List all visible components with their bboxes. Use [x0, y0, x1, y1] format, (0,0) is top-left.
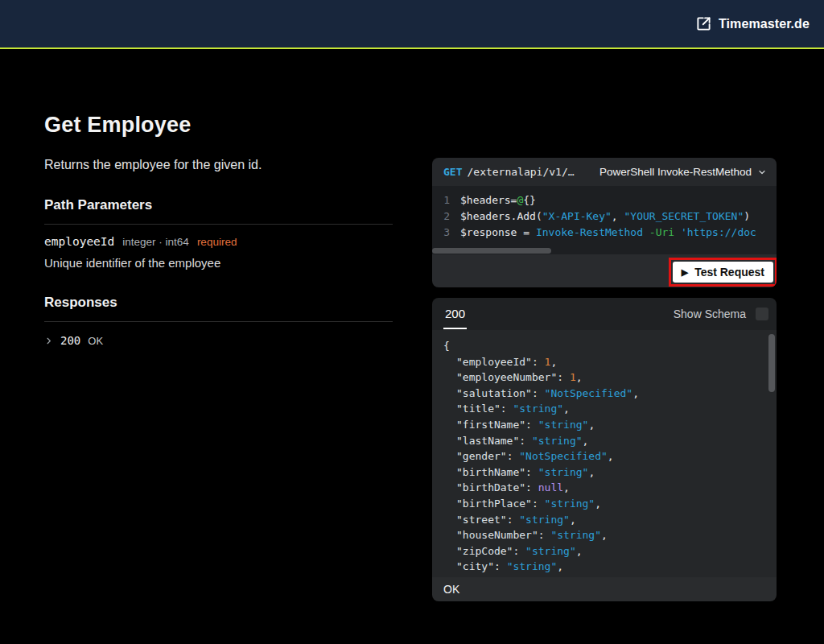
external-link-icon [696, 16, 711, 31]
show-schema-checkbox[interactable] [756, 308, 768, 320]
accent-divider [0, 47, 824, 49]
json-line: "lastName": "string", [443, 433, 777, 449]
json-line: "city": "string", [443, 559, 777, 575]
json-line: "firstName": "string", [443, 417, 777, 433]
parameter-name: employeeId [44, 235, 114, 248]
chevron-right-icon [44, 336, 53, 345]
responses-heading: Responses [44, 295, 393, 311]
response-body: {"employeeId": 1,"employeeNumber": 1,"sa… [432, 330, 777, 577]
code-line: 3$response = Invoke-RestMethod -Uri 'htt… [432, 225, 777, 241]
json-line: "zipCode": "string", [443, 543, 777, 559]
parameter-description: Unique identifier of the employee [44, 256, 393, 270]
brand-label: Timemaster.de [719, 17, 810, 31]
code-line: 2$headers.Add("X-API-Key", "YOUR_SECRET_… [432, 208, 777, 225]
status-tab-200[interactable]: 200 [443, 299, 467, 329]
json-line: "houseNumber": "string", [443, 527, 777, 543]
request-header: GET /externalapi/v1/… PowerShell Invoke-… [432, 158, 777, 186]
page-title: Get Employee [44, 113, 393, 138]
annotation-highlight: ▶ Test Request [669, 258, 777, 287]
operation-description: Returns the employee for the given id. [44, 158, 393, 172]
request-path: /externalapi/v1/… [467, 166, 574, 178]
show-schema-toggle: Show Schema [674, 308, 768, 320]
json-line: "street": "string", [443, 512, 777, 528]
json-line: "title": "string", [443, 401, 777, 417]
top-bar: Timemaster.de [0, 0, 824, 47]
json-line: "birthName": "string", [443, 464, 777, 481]
client-selector-dropdown[interactable]: PowerShell Invoke-RestMethod [599, 166, 767, 178]
json-line: "employeeNumber": 1, [443, 369, 777, 386]
path-parameters-heading: Path Parameters [44, 197, 393, 213]
test-request-label: Test Request [694, 266, 764, 279]
required-badge: required [197, 236, 237, 248]
section-divider [44, 321, 393, 322]
show-schema-label: Show Schema [674, 308, 746, 320]
example-panels: GET /externalapi/v1/… PowerShell Invoke-… [432, 158, 777, 601]
code-line: 1$headers=@{} [432, 192, 777, 208]
http-method-badge: GET [443, 166, 462, 178]
response-header: 200 Show Schema [432, 298, 777, 330]
operation-docs: Get Employee Returns the employee for th… [44, 113, 393, 347]
response-code: 200 [60, 334, 80, 347]
response-example-card: 200 Show Schema {"employeeId": 1,"employ… [432, 298, 777, 601]
json-line: { [443, 338, 777, 354]
vertical-scrollbar-thumb[interactable] [768, 334, 775, 392]
play-icon: ▶ [682, 268, 688, 277]
chevron-down-icon [757, 167, 767, 177]
json-line: "birthDate": null, [443, 480, 777, 496]
response-json: {"employeeId": 1,"employeeNumber": 1,"sa… [443, 338, 777, 575]
section-divider [44, 224, 393, 225]
horizontal-scrollbar-thumb[interactable] [432, 248, 551, 254]
parameter-row: employeeId integer · int64 required [44, 235, 393, 248]
brand-link[interactable]: Timemaster.de [696, 16, 810, 31]
test-request-button[interactable]: ▶ Test Request [673, 262, 773, 283]
parameter-type: integer · int64 [122, 236, 189, 248]
json-line: "birthPlace": "string", [443, 496, 777, 512]
json-line: "salutation": "NotSpecified", [443, 386, 777, 402]
client-selector-label: PowerShell Invoke-RestMethod [599, 166, 752, 178]
code-snippet: 1$headers=@{}2$headers.Add("X-API-Key", … [432, 186, 777, 248]
response-footer: OK [432, 577, 777, 601]
request-example-card: GET /externalapi/v1/… PowerShell Invoke-… [432, 158, 777, 287]
json-line: "gender": "NotSpecified", [443, 448, 777, 464]
json-line: "employeeId": 1, [443, 354, 777, 370]
response-200-row[interactable]: 200 OK [44, 334, 393, 347]
response-label: OK [88, 335, 103, 347]
response-status-text: OK [443, 583, 459, 596]
request-footer: ▶ Test Request [432, 254, 777, 287]
horizontal-scrollbar[interactable] [432, 248, 777, 254]
